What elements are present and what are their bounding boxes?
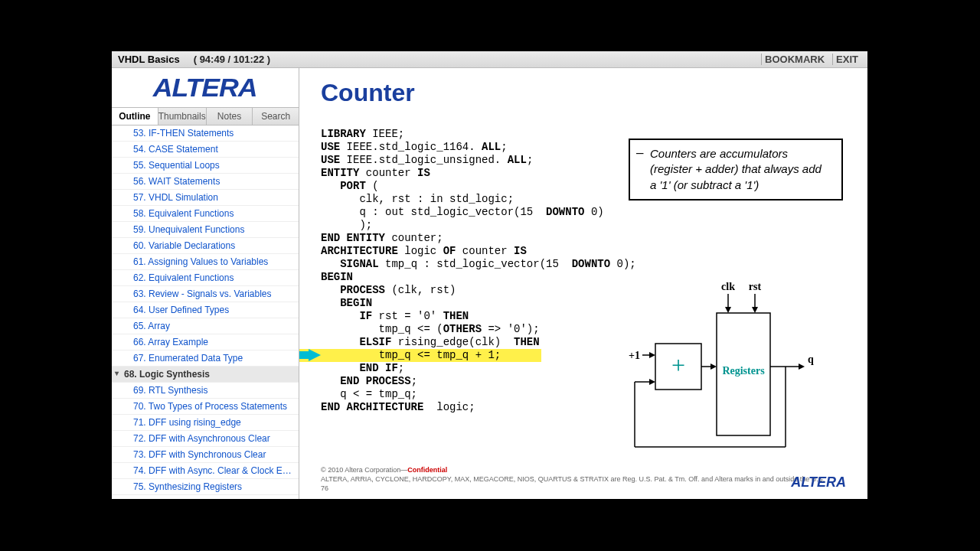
callout-box: Counters are accumulators (register + ad…: [629, 139, 843, 201]
course-title: VHDL Basics: [118, 54, 180, 65]
outline-item[interactable]: 63. Review - Signals vs. Variables: [112, 286, 299, 302]
svg-marker-11: [799, 364, 805, 370]
outline-item[interactable]: 66. Array Example: [112, 334, 299, 350]
q-label: q: [808, 354, 814, 365]
svg-marker-9: [710, 364, 717, 370]
highlighted-line: tmp_q <= tmp_q + 1;: [321, 349, 541, 361]
outline-item[interactable]: 75. Synthesizing Registers: [112, 479, 299, 495]
registers-label: Registers: [722, 365, 765, 377]
slide-footer: © 2010 Altera Corporation—Confidential A…: [321, 465, 846, 493]
footer-logo: ALTERA: [791, 473, 846, 491]
svg-marker-7: [649, 352, 655, 358]
outline-item[interactable]: 74. DFF with Async. Clear & Clock Enable: [112, 463, 299, 479]
plus1-label: +1: [629, 350, 640, 361]
tab-thumbnails[interactable]: Thumbnails: [158, 108, 207, 125]
tab-notes[interactable]: Notes: [207, 108, 253, 125]
sidebar-tabs: OutlineThumbnailsNotesSearch: [112, 108, 299, 126]
outline-list[interactable]: 53. IF-THEN Statements54. CASE Statement…: [112, 126, 299, 499]
callout-text: Counters are accumulators (register + ad…: [650, 147, 822, 191]
outline-item[interactable]: 54. CASE Statement: [112, 142, 299, 158]
outline-item[interactable]: 61. Assigning Values to Variables: [112, 254, 299, 270]
sidebar: ALTERA OutlineThumbnailsNotesSearch 53. …: [112, 68, 299, 499]
outline-item[interactable]: 58. Equivalent Functions: [112, 206, 299, 222]
clk-label: clk: [721, 281, 735, 292]
outline-item[interactable]: 57. VHDL Simulation: [112, 190, 299, 206]
tab-outline[interactable]: Outline: [112, 108, 158, 125]
outline-item[interactable]: 55. Sequential Loops: [112, 158, 299, 174]
exit-button[interactable]: EXIT: [832, 54, 861, 65]
outline-item[interactable]: 65. Array: [112, 318, 299, 334]
outline-item[interactable]: 60. Variable Declarations: [112, 238, 299, 254]
outline-item[interactable]: 71. DFF using rising_edge: [112, 415, 299, 431]
outline-item[interactable]: 53. IF-THEN Statements: [112, 126, 299, 142]
player-window: VHDL Basics ( 94:49 / 101:22 ) BOOKMARK …: [112, 51, 867, 499]
slide-title: Counter: [321, 79, 846, 107]
arrow-icon: [309, 349, 321, 361]
titlebar: VHDL Basics ( 94:49 / 101:22 ) BOOKMARK …: [112, 51, 867, 68]
outline-item[interactable]: 56. WAIT Statements: [112, 174, 299, 190]
block-diagram: clk rst Registers + +1: [621, 279, 843, 462]
svg-marker-1: [725, 307, 731, 313]
outline-item[interactable]: 67. Enumerated Data Type: [112, 350, 299, 367]
time-indicator: ( 94:49 / 101:22 ): [194, 54, 270, 65]
svg-marker-3: [752, 307, 758, 313]
bookmark-button[interactable]: BOOKMARK: [761, 54, 828, 65]
outline-item[interactable]: 72. DFF with Asynchronous Clear: [112, 431, 299, 447]
rst-label: rst: [749, 281, 762, 292]
outline-item[interactable]: 62. Equivalent Functions: [112, 270, 299, 286]
outline-item[interactable]: 68. Logic Synthesis: [112, 367, 299, 383]
outline-item[interactable]: 69. RTL Synthesis: [112, 383, 299, 399]
outline-item[interactable]: 70. Two Types of Process Statements: [112, 399, 299, 415]
outline-item[interactable]: 64. User Defined Types: [112, 302, 299, 318]
slide-area: Counter Counters are accumulators (regis…: [299, 68, 867, 499]
tab-search[interactable]: Search: [253, 108, 299, 125]
adder-symbol: +: [671, 351, 685, 379]
outline-item[interactable]: 59. Unequivalent Functions: [112, 222, 299, 238]
outline-item[interactable]: 73. DFF with Synchronous Clear: [112, 447, 299, 463]
logo: ALTERA: [112, 68, 299, 108]
outline-item[interactable]: 76. Counter: [112, 495, 299, 499]
svg-marker-16: [649, 379, 655, 385]
